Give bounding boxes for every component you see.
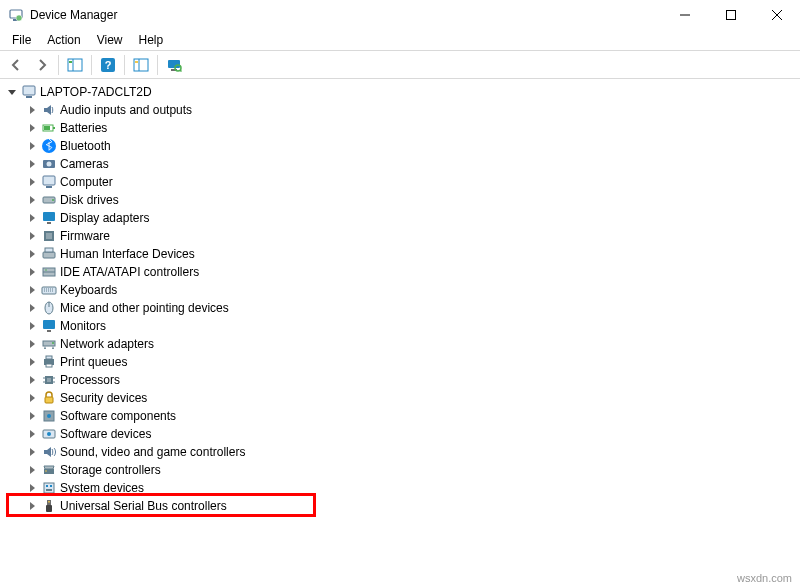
tree-node[interactable]: Storage controllers — [2, 461, 798, 479]
expand-toggle-icon[interactable] — [24, 228, 40, 244]
tree-node[interactable]: Display adapters — [2, 209, 798, 227]
toolbar-separator — [157, 55, 158, 75]
tree-node[interactable]: Software devices — [2, 425, 798, 443]
node-label: Batteries — [60, 119, 107, 137]
expand-toggle-icon[interactable] — [24, 246, 40, 262]
help-button[interactable]: ? — [96, 53, 120, 77]
tree-node[interactable]: Computer — [2, 173, 798, 191]
expand-toggle-icon[interactable] — [24, 120, 40, 136]
svg-rect-65 — [44, 483, 54, 493]
tree-node[interactable]: Audio inputs and outputs — [2, 101, 798, 119]
menu-action[interactable]: Action — [39, 32, 88, 48]
svg-rect-35 — [43, 252, 55, 258]
back-button[interactable] — [4, 53, 28, 77]
tree-node[interactable]: Disk drives — [2, 191, 798, 209]
properties-button[interactable] — [129, 53, 153, 77]
tree-node[interactable]: Software components — [2, 407, 798, 425]
tree-node[interactable]: Print queues — [2, 353, 798, 371]
expand-toggle-icon[interactable] — [24, 192, 40, 208]
node-label: Network adapters — [60, 335, 154, 353]
expand-toggle-icon[interactable] — [24, 426, 40, 442]
tree-node[interactable]: Batteries — [2, 119, 798, 137]
camera-icon — [40, 156, 58, 172]
svg-point-39 — [45, 269, 47, 271]
ide-icon — [40, 264, 58, 280]
toolbar: ? — [0, 51, 800, 79]
battery-icon — [40, 120, 58, 136]
device-tree[interactable]: LAPTOP-7ADCLT2D Audio inputs and outputs… — [0, 79, 800, 519]
tree-node[interactable]: IDE ATA/ATAPI controllers — [2, 263, 798, 281]
expand-toggle-icon[interactable] — [4, 84, 20, 100]
node-label: Security devices — [60, 389, 147, 407]
tree-node[interactable]: Cameras — [2, 155, 798, 173]
expand-toggle-icon[interactable] — [24, 408, 40, 424]
close-button[interactable] — [754, 0, 800, 30]
watermark: wsxdn.com — [737, 572, 792, 584]
expand-toggle-icon[interactable] — [24, 444, 40, 460]
node-label: Print queues — [60, 353, 127, 371]
svg-point-62 — [47, 432, 51, 436]
maximize-button[interactable] — [708, 0, 754, 30]
firmware-icon — [40, 228, 58, 244]
svg-rect-34 — [46, 233, 52, 239]
node-label: Processors — [60, 371, 120, 389]
svg-rect-71 — [49, 501, 50, 503]
tree-node[interactable]: Human Interface Devices — [2, 245, 798, 263]
tree-node[interactable]: Bluetooth — [2, 137, 798, 155]
expand-toggle-icon[interactable] — [24, 174, 40, 190]
expand-toggle-icon[interactable] — [24, 498, 40, 514]
tree-node[interactable]: Monitors — [2, 317, 798, 335]
tree-node[interactable]: Network adapters — [2, 335, 798, 353]
expand-toggle-icon[interactable] — [24, 264, 40, 280]
expand-toggle-icon[interactable] — [24, 318, 40, 334]
monitor-icon — [40, 318, 58, 334]
expand-toggle-icon[interactable] — [24, 372, 40, 388]
tree-node[interactable]: Sound, video and game controllers — [2, 443, 798, 461]
node-label: System devices — [60, 479, 144, 497]
tree-node[interactable]: Firmware — [2, 227, 798, 245]
expand-toggle-icon[interactable] — [24, 210, 40, 226]
menu-help[interactable]: Help — [131, 32, 172, 48]
expand-toggle-icon[interactable] — [24, 390, 40, 406]
forward-button[interactable] — [30, 53, 54, 77]
node-label: Display adapters — [60, 209, 149, 227]
tree-node[interactable]: Keyboards — [2, 281, 798, 299]
expand-toggle-icon[interactable] — [24, 156, 40, 172]
expand-toggle-icon[interactable] — [24, 354, 40, 370]
toolbar-separator — [91, 55, 92, 75]
tree-node[interactable]: Processors — [2, 371, 798, 389]
expand-toggle-icon[interactable] — [24, 462, 40, 478]
minimize-button[interactable] — [662, 0, 708, 30]
svg-rect-69 — [47, 500, 51, 505]
swcomp-icon — [40, 408, 58, 424]
tree-node[interactable]: System devices — [2, 479, 798, 497]
node-label: Mice and other pointing devices — [60, 299, 229, 317]
expand-toggle-icon[interactable] — [24, 102, 40, 118]
swdev-icon — [40, 426, 58, 442]
svg-text:?: ? — [105, 59, 112, 71]
menu-file[interactable]: File — [4, 32, 39, 48]
tree-root[interactable]: LAPTOP-7ADCLT2D — [2, 83, 798, 101]
scan-hardware-button[interactable] — [162, 53, 186, 77]
expand-toggle-icon[interactable] — [24, 282, 40, 298]
svg-rect-53 — [47, 378, 51, 382]
svg-rect-4 — [727, 11, 736, 20]
node-label: Storage controllers — [60, 461, 161, 479]
audio-icon — [40, 102, 58, 118]
svg-point-30 — [52, 199, 54, 201]
expand-toggle-icon[interactable] — [24, 480, 40, 496]
window-controls — [662, 0, 800, 30]
node-label: Sound, video and game controllers — [60, 443, 245, 461]
show-hide-console-button[interactable] — [63, 53, 87, 77]
expand-toggle-icon[interactable] — [24, 300, 40, 316]
expand-toggle-icon[interactable] — [24, 336, 40, 352]
svg-rect-46 — [47, 330, 51, 332]
tree-node[interactable]: Mice and other pointing devices — [2, 299, 798, 317]
expand-toggle-icon[interactable] — [24, 138, 40, 154]
app-icon — [8, 7, 24, 23]
tree-node[interactable]: Security devices — [2, 389, 798, 407]
tree-node[interactable]: Universal Serial Bus controllers — [2, 497, 798, 515]
svg-rect-9 — [69, 61, 72, 63]
toolbar-separator — [124, 55, 125, 75]
menu-view[interactable]: View — [89, 32, 131, 48]
